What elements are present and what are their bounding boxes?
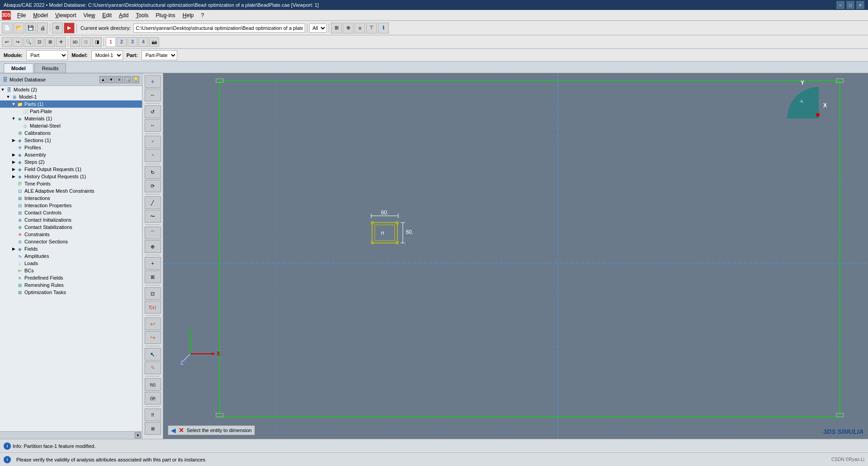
tree-contact-controls[interactable]: ⊞ Contact Controls	[0, 209, 142, 216]
menu-plugins[interactable]: Plug-ins	[152, 11, 179, 19]
shade-button[interactable]: ◨	[92, 37, 102, 47]
vp-redo2-button[interactable]: ↪	[145, 331, 161, 344]
view3-button[interactable]: 3	[127, 37, 137, 47]
close-button[interactable]: ×	[856, 1, 864, 9]
menu-add[interactable]: Add	[115, 11, 132, 19]
tree-field-output[interactable]: ▶ ◈ Field Output Requests (1)	[0, 166, 142, 173]
tree-calibrations[interactable]: ⚙ Calibrations	[0, 129, 142, 137]
tree-models[interactable]: ▼ 🗄 Models (2)	[0, 86, 142, 93]
zoom-button[interactable]: 🔍	[24, 37, 33, 47]
info-button[interactable]: ℹ	[378, 23, 389, 33]
tree-assembly[interactable]: ▶ ◈ Assembly	[0, 151, 142, 158]
vp-undo2-button[interactable]: ↩	[145, 318, 161, 330]
tree-constraints[interactable]: ✛ Constraints	[0, 231, 142, 238]
camera-button[interactable]: 📷	[149, 37, 159, 47]
open-button[interactable]: 📂	[14, 23, 24, 33]
vp-dim2-button[interactable]: ⊡	[145, 287, 161, 300]
redo-button[interactable]: ↪	[13, 37, 23, 47]
vp-copy-button[interactable]: ⎘⎙	[145, 378, 161, 391]
tree-ale[interactable]: ⊡ ALE Adaptive Mesh Constraints	[0, 187, 142, 195]
tree-optimization-tasks[interactable]: ⊠ Optimization Tasks	[0, 289, 142, 296]
print-button[interactable]: 🖨	[37, 23, 48, 33]
expand-all-button[interactable]: ▲	[99, 76, 107, 83]
vp-dotgrid2-button[interactable]: ⊞	[145, 422, 161, 435]
settings-button[interactable]: ⚙	[52, 23, 63, 33]
tree-material-steel[interactable]: ◇ Material-Steel	[0, 122, 142, 129]
vp-arc-button[interactable]: ◜	[145, 136, 161, 148]
tree-parts[interactable]: ▼ 📁 Parts (1)	[0, 100, 142, 108]
run-button[interactable]: ▶	[64, 23, 75, 33]
tree-sections[interactable]: ▶ ◈ Sections (1)	[0, 137, 142, 144]
menu-help[interactable]: Help	[179, 11, 198, 19]
vp-grid2-button[interactable]: ⊞	[145, 271, 161, 283]
vp-text-button[interactable]: f(x)	[145, 301, 161, 314]
tree-connector-sections[interactable]: ⊘ Connector Sections	[0, 238, 142, 245]
vp-rotate-button[interactable]: ↺	[145, 105, 161, 118]
vp-dotgrid-button[interactable]: ⠿	[145, 409, 161, 421]
snap-button[interactable]: ⊕	[343, 23, 354, 33]
menu-file[interactable]: File	[14, 11, 29, 19]
vp-pan2-button[interactable]: ↔	[145, 119, 161, 132]
tree-materials[interactable]: ▼ ◈ Materials (1)	[0, 115, 142, 122]
menu-question[interactable]: ?	[197, 11, 208, 19]
view4-button[interactable]: 4	[138, 37, 148, 47]
vp-arc3-button[interactable]: ↻	[145, 166, 161, 179]
tree-history-output[interactable]: ▶ ◈ History Output Requests (1)	[0, 173, 142, 180]
tree-amplitudes[interactable]: ∿ Amplitudes	[0, 252, 142, 260]
tree-contact-init[interactable]: ⊕ Contact Initializations	[0, 216, 142, 223]
menu-tools[interactable]: Tools	[132, 11, 152, 19]
new-button[interactable]: 📄	[2, 23, 13, 33]
vp-chamfer-button[interactable]: ⊕	[145, 240, 161, 253]
tree-fields[interactable]: ▶ ◈ Fields	[0, 245, 142, 252]
vp-erase-button[interactable]: ✎	[145, 361, 161, 374]
filter-dropdown[interactable]: All	[309, 24, 327, 33]
tree-interaction-props[interactable]: ⊟ Interaction Properties	[0, 202, 142, 209]
tree-predefined-fields[interactable]: ≡ Predefined Fields	[0, 274, 142, 281]
tree-model1[interactable]: ▼ ⊞ Model-1	[0, 93, 142, 100]
tree-steps[interactable]: ▶ ◈ Steps (2)	[0, 158, 142, 166]
maximize-button[interactable]: □	[846, 1, 854, 9]
3d-button[interactable]: 3D	[70, 37, 80, 47]
part-dropdown[interactable]: Part-Plate	[142, 50, 177, 60]
vp-paste-button[interactable]: ⎙⎘	[145, 392, 161, 404]
zoom-box-button[interactable]: ⊡	[34, 37, 44, 47]
grid-button[interactable]: ⊞	[331, 23, 342, 33]
work-dir-input[interactable]	[133, 24, 305, 33]
vp-spline-button[interactable]: 〜	[145, 210, 161, 223]
filter-tree-button[interactable]: ≡	[116, 76, 123, 83]
vp-cross-button[interactable]: +	[145, 257, 161, 270]
back-arrow-icon[interactable]: ◀	[171, 427, 176, 434]
cancel-icon[interactable]: ✕	[179, 427, 184, 434]
view2-button[interactable]: 2	[117, 37, 127, 47]
tree-time-points[interactable]: ⏱ Time Points	[0, 180, 142, 187]
tree-remeshing-rules[interactable]: ⊞ Remeshing Rules	[0, 281, 142, 289]
tree-interactions[interactable]: ⊠ Interactions	[0, 195, 142, 202]
menu-edit[interactable]: Edit	[99, 11, 115, 19]
vp-move-button[interactable]: ↔	[145, 89, 161, 101]
tree-loads[interactable]: ↓ Loads	[0, 260, 142, 267]
dim-button[interactable]: ⊤	[366, 23, 377, 33]
scroll-down-button[interactable]: ▼	[135, 432, 141, 438]
tree-profiles[interactable]: ✛ Profiles	[0, 144, 142, 151]
wire-button[interactable]: □	[81, 37, 91, 47]
model-dropdown[interactable]: Model-1	[91, 50, 123, 60]
pan-button[interactable]: ✛	[56, 37, 66, 47]
vp-add-button[interactable]: +	[145, 75, 161, 88]
bulb-button[interactable]: 💡	[132, 76, 139, 83]
save-button[interactable]: 💾	[25, 23, 36, 33]
zoom-fit-button[interactable]: ⊞	[45, 37, 55, 47]
tab-results[interactable]: Results	[34, 63, 66, 73]
vp-line-button[interactable]: ╱	[145, 196, 161, 209]
viewport[interactable]: + ↔ ↺ ↔ ◜ ◝ ↻ ⟳ ╱ 〜 ⌒ ⊕ + ⊞ ⊡ f(x) ↩ ↪	[142, 73, 868, 439]
vp-arc4-button[interactable]: ⟳	[145, 180, 161, 192]
collapse-all-button[interactable]: ▼	[108, 76, 115, 83]
tree-part-plate[interactable]: ⬜ Part-Plate	[0, 108, 142, 115]
align-button[interactable]: ≡	[354, 23, 365, 33]
vp-fillet-button[interactable]: ⌒	[145, 227, 161, 239]
module-dropdown[interactable]: Part Property Assembly Step Interaction …	[26, 50, 68, 60]
menu-view[interactable]: View	[80, 11, 99, 19]
tree-contact-stab[interactable]: ⊗ Contact Stabilizations	[0, 223, 142, 231]
menu-viewport[interactable]: Viewport	[52, 11, 80, 19]
view1-button[interactable]: 1	[106, 37, 116, 47]
viewport-canvas[interactable]: 60. 60. H	[163, 73, 868, 439]
